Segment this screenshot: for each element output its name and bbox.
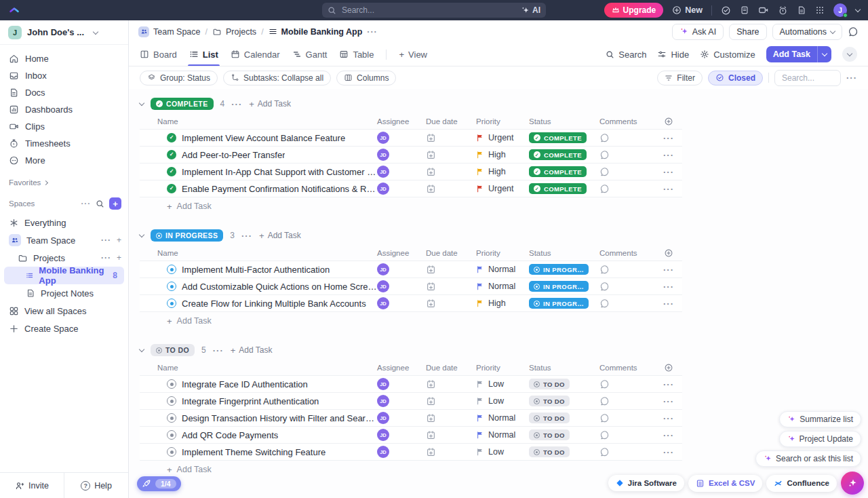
assignee-avatar[interactable]: JD — [377, 263, 389, 275]
assignee-avatar[interactable]: JD — [377, 297, 389, 309]
tab-board[interactable]: Board — [140, 43, 177, 66]
priority-cell[interactable]: Low — [476, 396, 529, 406]
breadcrumb-space[interactable]: Team Space — [138, 26, 200, 37]
task-status-badge[interactable]: ✓ COMPLETE — [529, 149, 587, 160]
projects-add-icon[interactable]: + — [117, 253, 121, 263]
group-status-badge[interactable]: ✓ IN PROGRESS — [151, 229, 223, 242]
column-assignee[interactable]: Assignee — [377, 117, 426, 126]
task-name[interactable]: Design Transaction History with Filter a… — [182, 413, 377, 423]
assignee-avatar[interactable]: JD — [377, 412, 389, 424]
task-status-icon[interactable]: ✓ — [167, 396, 176, 406]
due-date-icon[interactable] — [426, 396, 436, 406]
add-column-icon[interactable] — [664, 248, 673, 258]
assignee-avatar[interactable]: JD — [377, 280, 389, 292]
sidebar-item-timesheets[interactable]: Timesheets — [0, 135, 128, 152]
sidebar-item-home[interactable]: Home — [0, 50, 128, 67]
priority-cell[interactable]: Urgent — [476, 133, 529, 142]
subtasks-button[interactable]: Subtasks: Collapse all — [223, 71, 331, 85]
task-menu-icon[interactable]: ··· — [663, 413, 674, 423]
clip-record-icon[interactable] — [758, 5, 769, 16]
task-menu-icon[interactable]: ··· — [663, 447, 674, 457]
task-row[interactable]: ✓ Create Flow for Linking Multiple Bank … — [140, 295, 682, 312]
tab-calendar[interactable]: Calendar — [231, 43, 280, 66]
confluence-button[interactable]: Confluence — [766, 475, 837, 492]
task-name[interactable]: Implement Multi-Factor Authentication — [182, 265, 330, 275]
column-comments[interactable]: Comments — [599, 249, 655, 257]
priority-cell[interactable]: High — [476, 299, 529, 308]
priority-cell[interactable]: High — [476, 150, 529, 159]
collapse-group-icon[interactable] — [139, 100, 144, 106]
task-status-icon[interactable]: ✓ — [167, 430, 176, 440]
task-status-icon[interactable]: ✓ — [167, 167, 176, 176]
comment-icon[interactable] — [599, 184, 610, 194]
assignee-avatar[interactable]: JD — [377, 183, 389, 195]
task-row[interactable]: ✓ Add QR Code Payments JD Normal ✓ TO DO… — [140, 427, 682, 444]
sidebar-item-projects-folder[interactable]: Projects ···+ — [0, 249, 128, 267]
column-status[interactable]: Status — [529, 364, 599, 372]
comment-icon[interactable] — [599, 133, 610, 143]
group-status-badge[interactable]: ✓ COMPLETE — [151, 98, 214, 110]
breadcrumb-menu-icon[interactable]: ··· — [367, 27, 378, 37]
add-task-dropdown[interactable] — [817, 46, 831, 62]
comment-icon[interactable] — [599, 413, 610, 423]
group-menu-icon[interactable]: ··· — [241, 231, 252, 241]
task-status-badge[interactable]: ✓ TO DO — [529, 413, 570, 423]
new-button[interactable]: New — [672, 5, 703, 15]
task-status-icon[interactable]: ✓ — [167, 413, 176, 423]
group-by-button[interactable]: Group: Status — [140, 71, 218, 85]
task-name[interactable]: Add Customizable Quick Actions on Home S… — [182, 282, 377, 292]
column-priority[interactable]: Priority — [476, 249, 529, 257]
sidebar-item-docs[interactable]: Docs — [0, 84, 128, 101]
column-name[interactable]: Name — [140, 117, 377, 126]
sidebar-item-team-space[interactable]: Team Space ···+ — [0, 231, 128, 249]
project-update-button[interactable]: Project Update — [779, 431, 861, 447]
team-space-add-icon[interactable]: + — [117, 235, 121, 245]
sidebar-item-mobile-banking-app[interactable]: Mobile Banking App 8 — [4, 267, 124, 284]
add-column-icon[interactable] — [664, 117, 673, 126]
task-row[interactable]: ✓ Add Customizable Quick Actions on Home… — [140, 278, 682, 295]
task-status-icon[interactable]: ✓ — [167, 379, 176, 389]
task-row[interactable]: ✓ Design Transaction History with Filter… — [140, 410, 682, 427]
global-search[interactable]: AI — [322, 3, 546, 18]
task-menu-icon[interactable]: ··· — [663, 133, 674, 143]
topbar-ai-button[interactable]: AI — [521, 5, 540, 15]
due-date-icon[interactable] — [426, 282, 436, 292]
task-name[interactable]: Add QR Code Payments — [182, 430, 278, 440]
task-name[interactable]: Implement View Account Balance Feature — [182, 133, 345, 143]
task-status-icon[interactable]: ✓ — [167, 150, 176, 159]
avatar-chevron-icon[interactable] — [855, 7, 861, 12]
breadcrumb-folder[interactable]: Projects — [212, 27, 256, 37]
due-date-icon[interactable] — [426, 150, 436, 160]
comment-icon[interactable] — [599, 430, 610, 440]
task-menu-icon[interactable]: ··· — [663, 379, 674, 389]
task-status-icon[interactable]: ✓ — [167, 282, 176, 291]
task-status-badge[interactable]: ✓ TO DO — [529, 379, 570, 389]
column-name[interactable]: Name — [140, 364, 377, 372]
collapse-group-icon[interactable] — [139, 347, 144, 352]
tab-list[interactable]: List — [189, 43, 218, 66]
group-menu-icon[interactable]: ··· — [231, 99, 242, 109]
onboarding-progress-button[interactable]: 1/4 — [137, 476, 181, 491]
task-row[interactable]: ✓ Integrate Face ID Authentication JD Lo… — [140, 376, 682, 393]
assignee-avatar[interactable]: JD — [377, 429, 389, 441]
task-name[interactable]: Implement In-App Chat Support with Custo… — [182, 167, 377, 177]
task-status-icon[interactable]: ✓ — [167, 447, 176, 457]
tab-table[interactable]: Table — [339, 43, 374, 66]
task-menu-icon[interactable]: ··· — [663, 167, 674, 177]
task-status-icon[interactable]: ✓ — [167, 184, 176, 193]
sidebar-item-more[interactable]: More — [0, 152, 128, 169]
task-row[interactable]: ✓ Implement Theme Switching Feature JD L… — [140, 444, 682, 461]
team-space-menu-icon[interactable]: ··· — [101, 235, 111, 245]
task-status-badge[interactable]: ✓ IN PROGRESS — [529, 298, 589, 309]
task-row[interactable]: ✓ Implement Multi-Factor Authentication … — [140, 261, 682, 278]
due-date-icon[interactable] — [426, 299, 436, 309]
sidebar-item-create-space[interactable]: Create Space — [0, 320, 128, 337]
doc-icon[interactable] — [797, 5, 806, 15]
group-status-badge[interactable]: ✓ TO DO — [151, 344, 195, 356]
add-task-row[interactable]: +Add Task — [140, 197, 868, 215]
projects-menu-icon[interactable]: ··· — [101, 253, 111, 263]
column-comments[interactable]: Comments — [599, 364, 655, 372]
sidebar-item-project-notes[interactable]: Project Notes — [0, 284, 128, 302]
toolbar-menu-icon[interactable]: ··· — [846, 73, 857, 83]
task-menu-icon[interactable]: ··· — [663, 265, 674, 275]
